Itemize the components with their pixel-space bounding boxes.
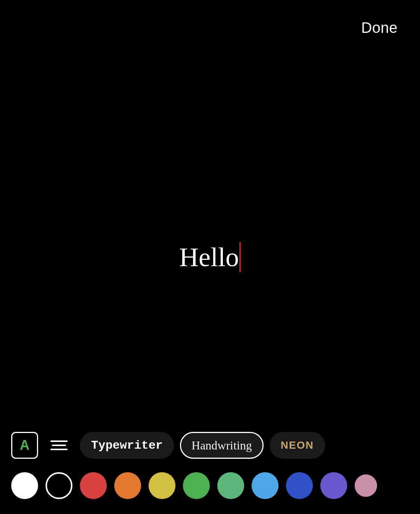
align-line-3 xyxy=(50,449,68,450)
font-option-handwriting[interactable]: Handwriting xyxy=(180,432,264,459)
font-selector-row: A Typewriter Handwriting NEON xyxy=(0,424,420,466)
text-cursor xyxy=(240,242,241,272)
font-option-handwriting-label: Handwriting xyxy=(192,439,252,452)
font-option-neon-label: NEON xyxy=(281,439,314,451)
color-purple[interactable] xyxy=(320,472,347,499)
bottom-toolbar: A Typewriter Handwriting NEON xyxy=(0,424,420,514)
color-row xyxy=(0,466,420,514)
font-option-typewriter[interactable]: Typewriter xyxy=(80,432,174,459)
font-options: Typewriter Handwriting NEON xyxy=(80,432,409,459)
canvas-text: Hello xyxy=(179,244,239,271)
color-teal[interactable] xyxy=(217,472,244,499)
done-button[interactable]: Done xyxy=(361,19,398,36)
color-orange[interactable] xyxy=(114,472,141,499)
color-blue[interactable] xyxy=(286,472,313,499)
color-white-filled[interactable] xyxy=(11,472,38,499)
align-line-2 xyxy=(52,445,66,446)
canvas-area: Done Hello A Typewriter Handwriting xyxy=(0,0,420,514)
font-option-neon[interactable]: NEON xyxy=(270,432,325,459)
font-option-typewriter-label: Typewriter xyxy=(91,439,163,452)
color-red[interactable] xyxy=(80,472,107,499)
color-green[interactable] xyxy=(183,472,210,499)
color-pink[interactable] xyxy=(355,474,377,497)
font-style-button[interactable]: A xyxy=(11,432,38,459)
color-light-blue[interactable] xyxy=(252,472,279,499)
text-align-button[interactable] xyxy=(46,432,72,459)
text-display: Hello xyxy=(179,242,241,272)
align-line-1 xyxy=(50,440,68,442)
color-white-outline[interactable] xyxy=(46,472,72,499)
font-icon-letter: A xyxy=(20,437,29,453)
color-yellow[interactable] xyxy=(149,472,175,499)
